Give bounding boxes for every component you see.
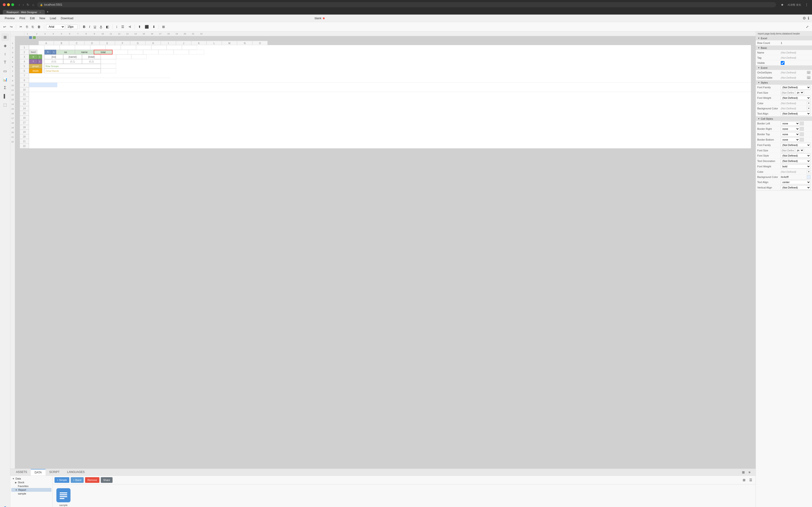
- cell-1-k[interactable]: [182, 45, 197, 50]
- menu-print[interactable]: Print: [18, 16, 27, 20]
- back-button[interactable]: ‹: [18, 2, 21, 7]
- maximize-dot[interactable]: [11, 3, 14, 6]
- cell-1-j[interactable]: [166, 45, 182, 50]
- sidebar-pages-icon[interactable]: ⊞: [1, 33, 9, 41]
- prop-borderbottom-color[interactable]: [800, 138, 804, 142]
- cell-4-e[interactable]: [101, 59, 116, 64]
- cell-1-f[interactable]: [105, 45, 121, 50]
- sidebar-shapes-icon[interactable]: ▭: [1, 67, 9, 75]
- cell-2-j[interactable]: [189, 50, 204, 54]
- info-icon[interactable]: ℹ: [808, 16, 809, 20]
- calc-00[interactable]: (0,0): [44, 59, 63, 64]
- prop-cell-fontstyle-select[interactable]: (Not Defined): [781, 154, 811, 158]
- prop-styles-fontweight-select[interactable]: (Not Defined): [781, 96, 811, 100]
- section-styles-header[interactable]: ▼ Styles: [756, 80, 812, 85]
- prop-cell-textalign-select[interactable]: center: [781, 180, 811, 184]
- data-no[interactable]: [no]: [44, 54, 63, 59]
- cell-2-f[interactable]: [128, 50, 143, 54]
- settings-icon[interactable]: ⚙: [803, 16, 806, 20]
- tab-assets[interactable]: ASSETS: [12, 469, 31, 475]
- cell-6-d[interactable]: [101, 68, 116, 73]
- cell-5-d[interactable]: [101, 64, 116, 68]
- tab-script[interactable]: SCRIPT: [46, 469, 63, 475]
- cell-1-e[interactable]: [90, 45, 105, 50]
- menu-dots-button[interactable]: ⋮: [804, 2, 809, 7]
- grid-view-icon[interactable]: ⊞: [741, 477, 747, 483]
- prop-borderright-color[interactable]: [800, 127, 804, 131]
- italic-button[interactable]: I: [88, 24, 91, 30]
- calc-01[interactable]: (0,1): [63, 59, 82, 64]
- cell-1-i[interactable]: [151, 45, 166, 50]
- tree-report[interactable]: ▼ Report: [11, 488, 51, 492]
- active-tab[interactable]: Realreport - Web Designer ✕: [3, 10, 45, 14]
- tree-data[interactable]: ▼ Data: [11, 477, 51, 481]
- menu-load[interactable]: Load: [48, 16, 58, 20]
- cell-1-h[interactable]: [136, 45, 151, 50]
- valign-mid-button[interactable]: ⬛: [143, 24, 150, 30]
- prop-borderbottom-select[interactable]: none: [781, 137, 800, 142]
- section-event-header[interactable]: ▼ Event: [756, 66, 812, 70]
- prop-cell-fontfamily-select[interactable]: (Not Defined): [781, 143, 811, 147]
- prop-ongetvisible-edit-btn[interactable]: ...: [807, 76, 811, 79]
- sidebar-frame-icon[interactable]: ⬚: [1, 101, 9, 108]
- prop-bordertop-color[interactable]: [800, 132, 804, 136]
- prop-borderright-select[interactable]: none: [781, 127, 800, 131]
- list-view-icon[interactable]: ☰: [748, 477, 754, 483]
- prop-ongetstyles-edit-btn[interactable]: ...: [807, 71, 811, 74]
- cell-2-e[interactable]: [112, 50, 128, 54]
- sidebar-data-icon[interactable]: ↕: [1, 50, 9, 58]
- prop-styles-bgcolor-swatch[interactable]: ✕: [807, 107, 811, 110]
- copy-button[interactable]: ⎘: [25, 24, 30, 30]
- prop-cell-fontsize-unit[interactable]: px: [795, 148, 804, 152]
- cell-1-c[interactable]: [60, 45, 75, 50]
- font-color-button[interactable]: A̲: [98, 24, 104, 30]
- section-excel-header[interactable]: ▼ Excel: [756, 36, 812, 40]
- cell-1-b[interactable]: [44, 45, 60, 50]
- data-total[interactable]: [total]: [82, 54, 101, 59]
- prop-cell-fontsize-input[interactable]: [781, 149, 795, 152]
- cell-2-i[interactable]: [173, 50, 189, 54]
- forward-button[interactable]: ›: [22, 2, 25, 7]
- prop-visible-checkbox[interactable]: [781, 61, 784, 65]
- tree-sample[interactable]: sample: [11, 492, 51, 496]
- fill-color-button[interactable]: ◧: [105, 24, 110, 30]
- cell-3-f[interactable]: [116, 54, 131, 59]
- bold-button[interactable]: B: [82, 24, 87, 30]
- cell-1-a[interactable]: [29, 45, 44, 50]
- cut-button[interactable]: ✂: [18, 24, 24, 30]
- cell-3-e[interactable]: [101, 54, 116, 59]
- refresh-button[interactable]: ↻: [26, 2, 30, 7]
- prop-styles-fontsize-unit[interactable]: px: [795, 91, 804, 95]
- data-name[interactable]: [name]: [63, 54, 82, 59]
- prop-styles-fontfamily-select[interactable]: (Not Defined): [781, 85, 811, 90]
- prop-borderleft-select[interactable]: none: [781, 121, 800, 125]
- tree-favorites[interactable]: Favorites: [11, 484, 51, 488]
- sidebar-text-icon[interactable]: T: [1, 59, 9, 66]
- bottom-expand-icon[interactable]: ⊞: [741, 469, 746, 475]
- calc-02[interactable]: (0,2): [82, 59, 101, 64]
- remove-button[interactable]: Remove: [85, 477, 99, 483]
- prop-cell-textdecoration-select[interactable]: (Not Defined): [781, 159, 811, 163]
- cell-2-g[interactable]: [143, 50, 158, 54]
- new-tab-button[interactable]: +: [46, 9, 50, 14]
- band-button[interactable]: + Band: [71, 477, 84, 483]
- tab-close-button[interactable]: ✕: [39, 11, 41, 14]
- bottom-layout-icon[interactable]: ≡: [747, 469, 752, 475]
- header-no[interactable]: no: [56, 50, 75, 54]
- prop-cell-color-swatch[interactable]: ✕: [807, 170, 811, 174]
- prop-borderleft-color[interactable]: [800, 122, 804, 125]
- menu-new[interactable]: New: [38, 16, 47, 20]
- section-basic-header[interactable]: ▼ Basic: [756, 46, 812, 50]
- prop-styles-color-swatch[interactable]: ✕: [807, 101, 811, 105]
- font-size-input[interactable]: [66, 24, 78, 29]
- underline-button[interactable]: U: [92, 24, 98, 30]
- section-cellstyles-header[interactable]: ▼ Cell Styles: [756, 117, 812, 121]
- minimize-dot[interactable]: [7, 3, 10, 6]
- merge-button[interactable]: ⊞: [161, 24, 166, 30]
- valign-bot-button[interactable]: ⬇: [151, 24, 157, 30]
- expand-panel-button[interactable]: ⤢: [805, 24, 810, 30]
- font-family-select[interactable]: Arial: [46, 24, 65, 30]
- delete-button[interactable]: 🗑: [36, 24, 42, 30]
- cell-1-g[interactable]: [121, 45, 136, 50]
- menu-preview[interactable]: Preview: [3, 16, 17, 20]
